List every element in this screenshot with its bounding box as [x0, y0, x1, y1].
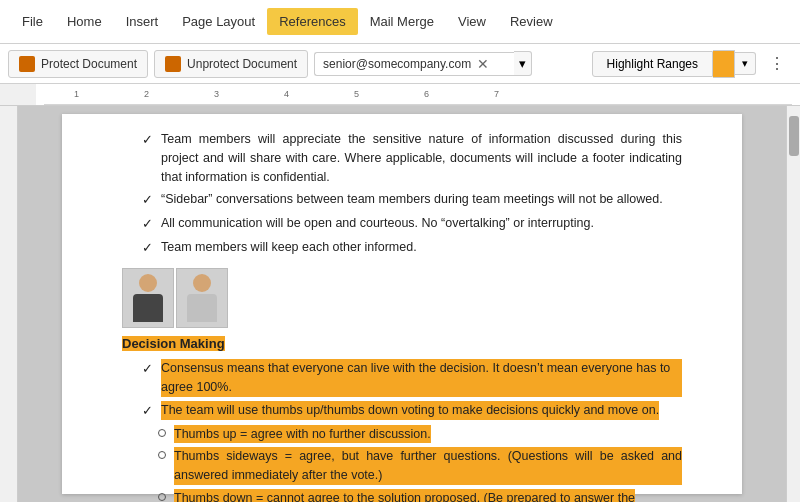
list-item-text: Team members will appreciate the sensiti… [161, 130, 682, 186]
menu-bar: File Home Insert Page Layout References … [0, 0, 800, 44]
list-item: ✓ “Sidebar” conversations between team m… [142, 190, 682, 210]
sub-list: Thumbs up = agree with no further discus… [158, 425, 682, 503]
photo-female [176, 268, 228, 328]
scrollbar-thumb[interactable] [789, 116, 799, 156]
circle-bullet-icon [158, 451, 166, 459]
photo-male [122, 268, 174, 328]
menu-mail-merge[interactable]: Mail Merge [358, 8, 446, 35]
unprotect-label: Unprotect Document [187, 57, 297, 71]
email-value: senior@somecompany.com [323, 57, 471, 71]
sub-item-text: Thumbs sideways = agree, but have furthe… [174, 447, 682, 485]
svg-text:1: 1 [74, 89, 79, 99]
protect-icon [19, 56, 35, 72]
email-dropdown-button[interactable]: ▾ [514, 51, 532, 76]
protect-label: Protect Document [41, 57, 137, 71]
checkmark-icon: ✓ [142, 131, 153, 150]
document-scroll[interactable]: ✓ Team members will appreciate the sensi… [18, 106, 786, 502]
svg-text:5: 5 [354, 89, 359, 99]
highlighted-bullet-list: ✓ Consensus means that everyone can live… [142, 359, 682, 420]
document-page: ✓ Team members will appreciate the sensi… [62, 114, 742, 494]
unprotect-icon [165, 56, 181, 72]
svg-text:4: 4 [284, 89, 289, 99]
email-field[interactable]: senior@somecompany.com ✕ [314, 52, 514, 76]
body [187, 294, 217, 322]
menu-file[interactable]: File [10, 8, 55, 35]
left-panel [0, 106, 18, 502]
highlight-group: Highlight Ranges ▾ [592, 50, 756, 78]
protect-document-button[interactable]: Protect Document [8, 50, 148, 78]
female-figure [184, 272, 220, 324]
checkmark-icon: ✓ [142, 360, 153, 379]
ruler-svg: 1 2 3 4 5 6 7 [44, 84, 792, 105]
list-item-text: Consensus means that everyone can live w… [161, 359, 682, 397]
highlight-ranges-button[interactable]: Highlight Ranges [592, 51, 713, 77]
svg-text:7: 7 [494, 89, 499, 99]
section-title: Decision Making [122, 334, 682, 354]
checkmark-icon: ✓ [142, 239, 153, 258]
list-item-text: The team will use thumbs up/thumbs down … [161, 401, 659, 420]
list-item: ✓ Team members will keep each other info… [142, 238, 682, 258]
list-item: ✓ Consensus means that everyone can live… [142, 359, 682, 397]
sub-item-text: Thumbs down = cannot agree to the soluti… [174, 489, 635, 502]
checkmark-icon: ✓ [142, 402, 153, 421]
more-options-button[interactable]: ⋮ [762, 49, 792, 78]
list-item: ✓ All communication will be open and cou… [142, 214, 682, 234]
svg-text:6: 6 [424, 89, 429, 99]
clear-email-button[interactable]: ✕ [477, 56, 489, 72]
ruler-inner: 1 2 3 4 5 6 7 [36, 84, 800, 105]
list-item: Thumbs sideways = agree, but have furthe… [158, 447, 682, 485]
menu-page-layout[interactable]: Page Layout [170, 8, 267, 35]
list-item: Thumbs down = cannot agree to the soluti… [158, 489, 682, 502]
circle-bullet-icon [158, 429, 166, 437]
ruler: 1 2 3 4 5 6 7 [0, 84, 800, 106]
list-item: Thumbs up = agree with no further discus… [158, 425, 682, 444]
circle-bullet-icon [158, 493, 166, 501]
list-item-text: All communication will be open and court… [161, 214, 594, 233]
head [139, 274, 157, 292]
sub-item-text: Thumbs up = agree with no further discus… [174, 425, 431, 444]
unprotect-document-button[interactable]: Unprotect Document [154, 50, 308, 78]
list-item: ✓ The team will use thumbs up/thumbs dow… [142, 401, 682, 421]
menu-review[interactable]: Review [498, 8, 565, 35]
checkmark-icon: ✓ [142, 191, 153, 210]
male-figure [130, 272, 166, 324]
menu-view[interactable]: View [446, 8, 498, 35]
highlight-color-swatch[interactable] [713, 50, 735, 78]
menu-insert[interactable]: Insert [114, 8, 171, 35]
scrollbar[interactable] [786, 106, 800, 502]
highlight-dropdown-button[interactable]: ▾ [735, 52, 756, 75]
email-container: senior@somecompany.com ✕ ▾ [314, 51, 532, 76]
svg-text:3: 3 [214, 89, 219, 99]
document-area: ✓ Team members will appreciate the sensi… [0, 106, 800, 502]
list-item-text: Team members will keep each other inform… [161, 238, 417, 257]
list-item: ✓ Team members will appreciate the sensi… [142, 130, 682, 186]
photos-row [122, 268, 682, 328]
toolbar: Protect Document Unprotect Document seni… [0, 44, 800, 84]
section-title-text: Decision Making [122, 336, 225, 351]
bullet-list: ✓ Team members will appreciate the sensi… [142, 130, 682, 258]
menu-home[interactable]: Home [55, 8, 114, 35]
body [133, 294, 163, 322]
checkmark-icon: ✓ [142, 215, 153, 234]
menu-references[interactable]: References [267, 8, 357, 35]
list-item-text: “Sidebar” conversations between team mem… [161, 190, 663, 209]
head [193, 274, 211, 292]
svg-text:2: 2 [144, 89, 149, 99]
